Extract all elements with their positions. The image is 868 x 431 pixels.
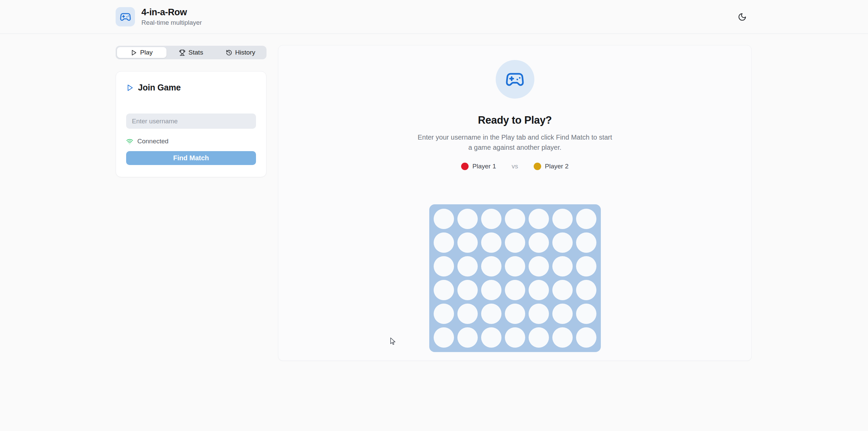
board-cell [529, 304, 549, 324]
board-cell [576, 256, 596, 276]
board-cell [457, 209, 478, 229]
board-cell [481, 232, 501, 253]
board-cell [481, 280, 501, 300]
board-cell [552, 209, 573, 229]
board-cell [529, 209, 549, 229]
tab-history[interactable]: History [216, 47, 265, 58]
board-cell [576, 209, 596, 229]
board-cell [481, 327, 501, 348]
tab-bar: Play Stats History [116, 46, 267, 59]
player1-label: Player 1 [472, 163, 496, 170]
board-cell [505, 327, 525, 348]
tab-play[interactable]: Play [117, 47, 166, 58]
app-logo [116, 7, 135, 26]
board-cell [529, 256, 549, 276]
board-cell [505, 304, 525, 324]
page-subtitle: Real-time multiplayer [141, 19, 202, 26]
board-cell [576, 304, 596, 324]
board-cell [576, 327, 596, 348]
join-game-title: Join Game [138, 83, 181, 93]
sidebar: Play Stats History [116, 45, 267, 177]
gamepad-icon [120, 11, 131, 23]
player2-legend: Player 2 [534, 163, 569, 170]
tab-history-label: History [235, 49, 255, 56]
player1-dot [461, 163, 469, 170]
main-panel: Ready to Play? Enter your username in th… [278, 45, 752, 361]
board-cell [481, 209, 501, 229]
board-cell [457, 232, 478, 253]
header-text: 4-in-a-Row Real-time multiplayer [141, 7, 202, 26]
game-board [429, 204, 601, 352]
play-icon [131, 49, 137, 56]
board-cell [505, 256, 525, 276]
join-game-title-row: Join Game [126, 83, 256, 93]
board-cell [434, 327, 454, 348]
tab-play-label: Play [140, 49, 153, 56]
board-cell [505, 232, 525, 253]
board-cell [552, 256, 573, 276]
hero-badge [496, 60, 534, 99]
board-cell [576, 280, 596, 300]
find-match-button[interactable]: Find Match [126, 151, 256, 165]
connection-status-label: Connected [137, 138, 169, 145]
app-header: 4-in-a-Row Real-time multiplayer [0, 0, 868, 34]
gamepad-icon [505, 70, 525, 89]
board-cell [505, 209, 525, 229]
ready-description: Enter your username in the Play tab and … [415, 132, 615, 152]
page-title: 4-in-a-Row [141, 7, 202, 18]
board-cell [457, 304, 478, 324]
player2-dot [534, 163, 541, 170]
tab-stats-label: Stats [189, 49, 203, 56]
username-input[interactable] [126, 114, 256, 129]
board-cell [434, 232, 454, 253]
content-area: Play Stats History [0, 34, 868, 361]
board-cell [576, 232, 596, 253]
theme-toggle-button[interactable] [735, 10, 749, 24]
board-cell [529, 280, 549, 300]
trophy-icon [179, 49, 185, 56]
vs-label: vs [512, 163, 518, 170]
board-cell [552, 304, 573, 324]
wifi-icon [126, 138, 133, 145]
board-cell [529, 232, 549, 253]
board-cell [434, 209, 454, 229]
board-cell [552, 280, 573, 300]
board-cell [457, 327, 478, 348]
board-cell [552, 232, 573, 253]
ready-heading: Ready to Play? [478, 114, 552, 126]
players-row: Player 1 vs Player 2 [461, 163, 568, 170]
board-cell [505, 280, 525, 300]
board-cell [481, 304, 501, 324]
player2-label: Player 2 [545, 163, 569, 170]
board-cell [434, 256, 454, 276]
player1-legend: Player 1 [461, 163, 496, 170]
history-icon [226, 49, 232, 56]
board-cell [434, 304, 454, 324]
board-cell [457, 280, 478, 300]
board-cell [481, 256, 501, 276]
moon-icon [738, 13, 747, 21]
board-cell [457, 256, 478, 276]
tab-stats[interactable]: Stats [166, 47, 216, 58]
board-cell [434, 280, 454, 300]
join-game-card: Join Game Connected Find Match [116, 71, 267, 177]
connection-status: Connected [126, 138, 256, 145]
board-cell [529, 327, 549, 348]
play-icon [126, 84, 134, 91]
board-cell [552, 327, 573, 348]
